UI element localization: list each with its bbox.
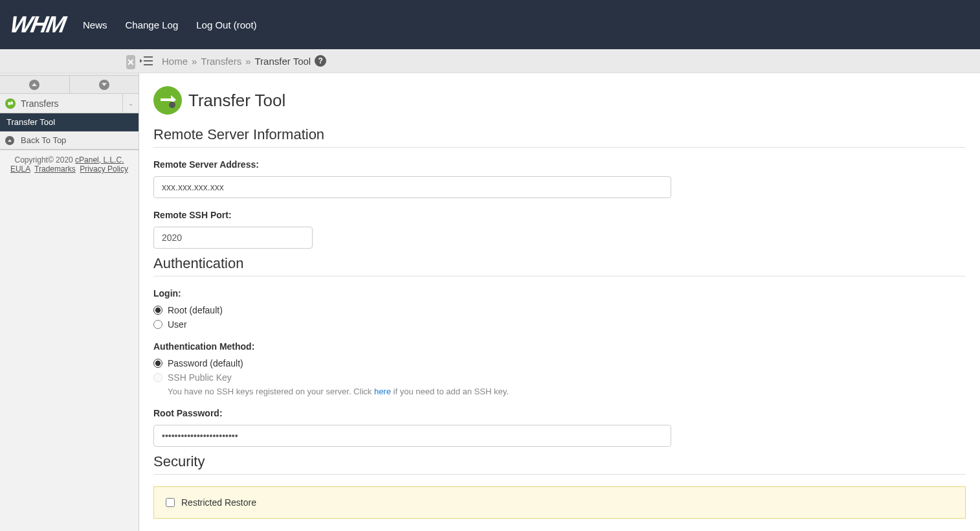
breadcrumb-home[interactable]: Home — [162, 56, 188, 67]
topnav-links: News Change Log Log Out (root) — [83, 19, 257, 30]
nav-news[interactable]: News — [83, 19, 107, 30]
help-icon[interactable]: ? — [315, 55, 326, 67]
breadcrumb-current: Transfer Tool — [255, 56, 311, 67]
breadcrumb-sep: » — [245, 56, 251, 67]
whm-logo[interactable]: WHM — [8, 11, 67, 38]
toggle-sidebar-icon[interactable] — [140, 56, 153, 66]
top-nav: WHM News Change Log Log Out (root) — [0, 0, 980, 49]
breadcrumb-transfers[interactable]: Transfers — [201, 56, 241, 67]
breadcrumb-sep: » — [192, 56, 197, 67]
clear-search-icon[interactable]: ✕ — [126, 55, 135, 69]
breadcrumb-bar: Home » Transfers » Transfer Tool ? — [0, 49, 980, 73]
nav-change-log[interactable]: Change Log — [125, 19, 178, 30]
nav-logout[interactable]: Log Out (root) — [196, 19, 256, 30]
